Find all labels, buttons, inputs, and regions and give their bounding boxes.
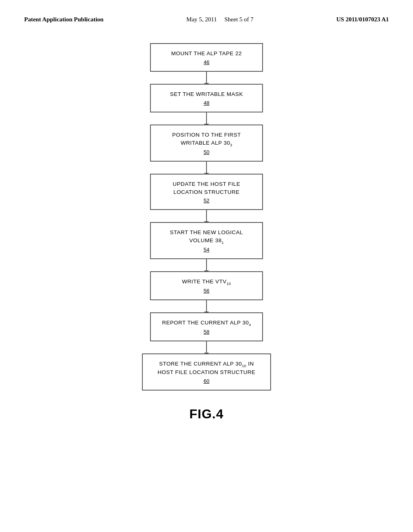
box4-ref: 52 (159, 197, 254, 204)
arrow-4 (206, 210, 207, 222)
sheet-info: Sheet 5 of 7 (225, 16, 254, 23)
header-center: May 5, 2011 Sheet 5 of 7 (186, 16, 254, 23)
header: Patent Application Publication May 5, 20… (24, 16, 389, 23)
pub-date: May 5, 2011 (186, 16, 217, 23)
box3-text: POSITION TO THE FIRST WRITABLE ALP 303 (172, 132, 241, 146)
box5-ref: 54 (159, 247, 254, 253)
flow-box-2: SET THE WRITABLE MASK 48 (150, 84, 263, 112)
box4-text: UPDATE THE HOST FILE LOCATION STRUCTURE (173, 181, 240, 195)
flow-box-6: WRITE THE VTV10 56 (150, 271, 263, 300)
box1-ref: 46 (159, 59, 254, 65)
arrow-2 (206, 112, 207, 125)
box8-text: STORE THE CURRENT ALP 3010 IN HOST FILE … (158, 361, 255, 375)
diagram-container: MOUNT THE ALP TAPE 22 46 SET THE WRITABL… (24, 43, 389, 422)
page: Patent Application Publication May 5, 20… (0, 0, 413, 532)
patent-number: US 2011/0107023 A1 (336, 16, 389, 23)
arrow-3 (206, 162, 207, 174)
arrow-1 (206, 72, 207, 84)
figure-label: FIG.4 (189, 407, 223, 422)
box8-ref: 60 (151, 378, 262, 384)
box6-ref: 56 (159, 288, 254, 294)
box1-text: MOUNT THE ALP TAPE 22 (171, 50, 242, 56)
flow-box-4: UPDATE THE HOST FILE LOCATION STRUCTURE … (150, 174, 263, 210)
box6-text: WRITE THE VTV10 (182, 278, 231, 285)
publication-label: Patent Application Publication (24, 16, 104, 23)
flow-box-1: MOUNT THE ALP TAPE 22 46 (150, 43, 263, 72)
box2-ref: 48 (159, 100, 254, 106)
arrow-5 (206, 259, 207, 271)
box7-ref: 58 (159, 329, 254, 335)
arrow-6 (206, 300, 207, 312)
box7-text: REPORT THE CURRENT ALP 304 (162, 320, 251, 326)
flow-box-3: POSITION TO THE FIRST WRITABLE ALP 303 5… (150, 125, 263, 162)
flow-box-5: START THE NEW LOGICAL VOLUME 381 54 (150, 222, 263, 259)
header-right: US 2011/0107023 A1 (336, 16, 389, 23)
box5-text: START THE NEW LOGICAL VOLUME 381 (170, 229, 243, 243)
flow-box-7: REPORT THE CURRENT ALP 304 58 (150, 312, 263, 341)
arrow-7 (206, 341, 207, 353)
box3-ref: 50 (159, 149, 254, 155)
flow-box-8: STORE THE CURRENT ALP 3010 IN HOST FILE … (142, 353, 271, 391)
header-left: Patent Application Publication (24, 16, 104, 23)
box2-text: SET THE WRITABLE MASK (170, 91, 243, 97)
